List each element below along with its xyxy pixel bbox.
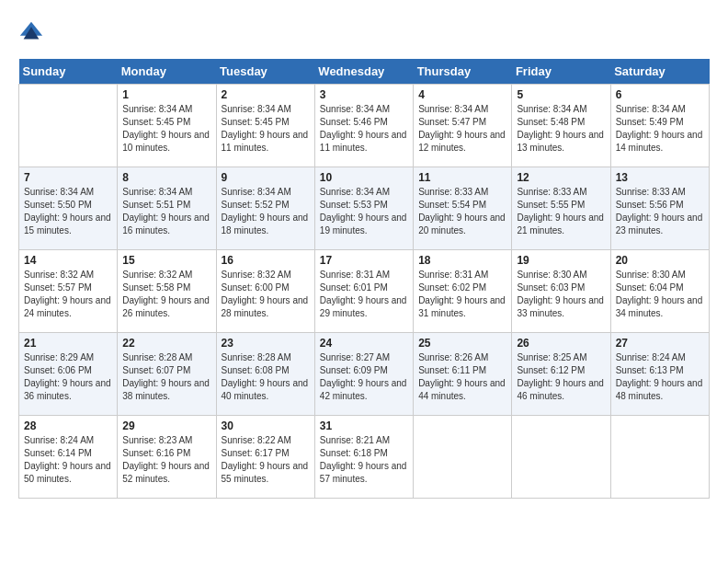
- day-info: Sunrise: 8:31 AMSunset: 6:02 PMDaylight:…: [418, 269, 506, 320]
- calendar-day-cell: 4Sunrise: 8:34 AMSunset: 5:47 PMDaylight…: [414, 85, 512, 167]
- day-info: Sunrise: 8:34 AMSunset: 5:52 PMDaylight:…: [222, 186, 310, 237]
- calendar-day-cell: 10Sunrise: 8:34 AMSunset: 5:53 PMDayligh…: [314, 167, 413, 250]
- calendar-day-cell: 8Sunrise: 8:34 AMSunset: 5:51 PMDaylight…: [118, 167, 216, 250]
- calendar-day-cell: [512, 416, 610, 499]
- calendar-day-cell: 15Sunrise: 8:32 AMSunset: 5:58 PMDayligh…: [118, 250, 216, 333]
- calendar-day-cell: 28Sunrise: 8:24 AMSunset: 6:14 PMDayligh…: [19, 416, 118, 499]
- calendar-day-cell: 3Sunrise: 8:34 AMSunset: 5:46 PMDaylight…: [314, 85, 413, 167]
- calendar-week-row: 14Sunrise: 8:32 AMSunset: 5:57 PMDayligh…: [19, 250, 710, 333]
- day-info: Sunrise: 8:31 AMSunset: 6:01 PMDaylight:…: [320, 269, 408, 320]
- day-info: Sunrise: 8:33 AMSunset: 5:55 PMDaylight:…: [517, 186, 605, 237]
- day-of-week-header: Thursday: [414, 59, 512, 85]
- calendar-day-cell: [414, 416, 512, 499]
- day-info: Sunrise: 8:34 AMSunset: 5:51 PMDaylight:…: [122, 186, 210, 237]
- day-number: 10: [320, 171, 408, 184]
- day-info: Sunrise: 8:33 AMSunset: 5:56 PMDaylight:…: [616, 186, 704, 237]
- day-info: Sunrise: 8:32 AMSunset: 5:58 PMDaylight:…: [122, 269, 210, 320]
- calendar-day-cell: 2Sunrise: 8:34 AMSunset: 5:45 PMDaylight…: [216, 85, 314, 167]
- logo-icon: [18, 18, 44, 44]
- day-number: 25: [418, 337, 506, 350]
- calendar-week-row: 28Sunrise: 8:24 AMSunset: 6:14 PMDayligh…: [19, 416, 710, 499]
- day-number: 2: [222, 88, 310, 101]
- calendar-day-cell: 21Sunrise: 8:29 AMSunset: 6:06 PMDayligh…: [19, 333, 118, 416]
- day-of-week-header: Saturday: [610, 59, 709, 85]
- day-info: Sunrise: 8:34 AMSunset: 5:53 PMDaylight:…: [320, 186, 408, 237]
- day-number: 19: [517, 254, 605, 267]
- calendar-day-cell: 16Sunrise: 8:32 AMSunset: 6:00 PMDayligh…: [216, 250, 314, 333]
- day-info: Sunrise: 8:24 AMSunset: 6:14 PMDaylight:…: [24, 434, 112, 486]
- calendar-day-cell: 11Sunrise: 8:33 AMSunset: 5:54 PMDayligh…: [414, 167, 512, 250]
- calendar-day-cell: 29Sunrise: 8:23 AMSunset: 6:16 PMDayligh…: [118, 416, 216, 499]
- calendar-day-cell: 24Sunrise: 8:27 AMSunset: 6:09 PMDayligh…: [314, 333, 413, 416]
- day-info: Sunrise: 8:30 AMSunset: 6:04 PMDaylight:…: [616, 269, 704, 320]
- day-info: Sunrise: 8:28 AMSunset: 6:08 PMDaylight:…: [222, 351, 310, 403]
- calendar-day-cell: [610, 416, 709, 499]
- calendar-table: SundayMondayTuesdayWednesdayThursdayFrid…: [18, 59, 710, 499]
- day-number: 17: [320, 254, 408, 267]
- day-info: Sunrise: 8:24 AMSunset: 6:13 PMDaylight:…: [616, 351, 704, 403]
- day-number: 24: [320, 337, 408, 350]
- calendar-day-cell: 27Sunrise: 8:24 AMSunset: 6:13 PMDayligh…: [610, 333, 709, 416]
- calendar-day-cell: 25Sunrise: 8:26 AMSunset: 6:11 PMDayligh…: [414, 333, 512, 416]
- day-number: 26: [517, 337, 605, 350]
- day-info: Sunrise: 8:34 AMSunset: 5:48 PMDaylight:…: [517, 103, 605, 155]
- day-info: Sunrise: 8:26 AMSunset: 6:11 PMDaylight:…: [418, 351, 506, 403]
- day-number: 28: [24, 419, 112, 432]
- day-info: Sunrise: 8:23 AMSunset: 6:16 PMDaylight:…: [122, 434, 210, 486]
- day-number: 11: [418, 171, 506, 184]
- day-info: Sunrise: 8:28 AMSunset: 6:07 PMDaylight:…: [122, 351, 210, 403]
- day-of-week-header: Tuesday: [216, 59, 314, 85]
- day-number: 5: [517, 88, 605, 101]
- day-number: 12: [517, 171, 605, 184]
- day-info: Sunrise: 8:34 AMSunset: 5:47 PMDaylight:…: [418, 103, 506, 155]
- day-info: Sunrise: 8:34 AMSunset: 5:49 PMDaylight:…: [616, 103, 704, 155]
- calendar-day-cell: 19Sunrise: 8:30 AMSunset: 6:03 PMDayligh…: [512, 250, 610, 333]
- calendar-day-cell: 6Sunrise: 8:34 AMSunset: 5:49 PMDaylight…: [610, 85, 709, 167]
- calendar-day-cell: 20Sunrise: 8:30 AMSunset: 6:04 PMDayligh…: [610, 250, 709, 333]
- day-number: 21: [24, 337, 112, 350]
- day-of-week-header: Friday: [512, 59, 610, 85]
- day-number: 7: [24, 171, 112, 184]
- logo: [18, 18, 48, 44]
- day-number: 29: [122, 419, 210, 432]
- day-info: Sunrise: 8:22 AMSunset: 6:17 PMDaylight:…: [222, 434, 310, 486]
- day-of-week-header: Wednesday: [314, 59, 413, 85]
- calendar-day-cell: 31Sunrise: 8:21 AMSunset: 6:18 PMDayligh…: [314, 416, 413, 499]
- page-header: [18, 18, 710, 44]
- calendar-day-cell: 22Sunrise: 8:28 AMSunset: 6:07 PMDayligh…: [118, 333, 216, 416]
- calendar-day-cell: 14Sunrise: 8:32 AMSunset: 5:57 PMDayligh…: [19, 250, 118, 333]
- day-info: Sunrise: 8:29 AMSunset: 6:06 PMDaylight:…: [24, 351, 112, 403]
- day-info: Sunrise: 8:32 AMSunset: 5:57 PMDaylight:…: [24, 269, 112, 320]
- day-of-week-header: Monday: [118, 59, 216, 85]
- day-number: 18: [418, 254, 506, 267]
- calendar-day-cell: [19, 85, 118, 167]
- day-number: 20: [616, 254, 704, 267]
- day-number: 16: [222, 254, 310, 267]
- day-number: 9: [222, 171, 310, 184]
- calendar-day-cell: 12Sunrise: 8:33 AMSunset: 5:55 PMDayligh…: [512, 167, 610, 250]
- day-info: Sunrise: 8:34 AMSunset: 5:45 PMDaylight:…: [122, 103, 210, 155]
- day-number: 4: [418, 88, 506, 101]
- calendar-day-cell: 13Sunrise: 8:33 AMSunset: 5:56 PMDayligh…: [610, 167, 709, 250]
- day-number: 15: [122, 254, 210, 267]
- calendar-day-cell: 17Sunrise: 8:31 AMSunset: 6:01 PMDayligh…: [314, 250, 413, 333]
- day-info: Sunrise: 8:33 AMSunset: 5:54 PMDaylight:…: [418, 186, 506, 237]
- calendar-week-row: 1Sunrise: 8:34 AMSunset: 5:45 PMDaylight…: [19, 85, 710, 167]
- day-info: Sunrise: 8:34 AMSunset: 5:46 PMDaylight:…: [320, 103, 408, 155]
- day-number: 14: [24, 254, 112, 267]
- calendar-day-cell: 9Sunrise: 8:34 AMSunset: 5:52 PMDaylight…: [216, 167, 314, 250]
- day-number: 23: [222, 337, 310, 350]
- day-number: 8: [122, 171, 210, 184]
- day-info: Sunrise: 8:34 AMSunset: 5:45 PMDaylight:…: [222, 103, 310, 155]
- day-number: 22: [122, 337, 210, 350]
- calendar-week-row: 21Sunrise: 8:29 AMSunset: 6:06 PMDayligh…: [19, 333, 710, 416]
- day-number: 6: [616, 88, 704, 101]
- calendar-header-row: SundayMondayTuesdayWednesdayThursdayFrid…: [19, 59, 710, 85]
- calendar-day-cell: 26Sunrise: 8:25 AMSunset: 6:12 PMDayligh…: [512, 333, 610, 416]
- calendar-week-row: 7Sunrise: 8:34 AMSunset: 5:50 PMDaylight…: [19, 167, 710, 250]
- day-number: 13: [616, 171, 704, 184]
- calendar-day-cell: 30Sunrise: 8:22 AMSunset: 6:17 PMDayligh…: [216, 416, 314, 499]
- day-info: Sunrise: 8:27 AMSunset: 6:09 PMDaylight:…: [320, 351, 408, 403]
- calendar-day-cell: 5Sunrise: 8:34 AMSunset: 5:48 PMDaylight…: [512, 85, 610, 167]
- day-number: 1: [122, 88, 210, 101]
